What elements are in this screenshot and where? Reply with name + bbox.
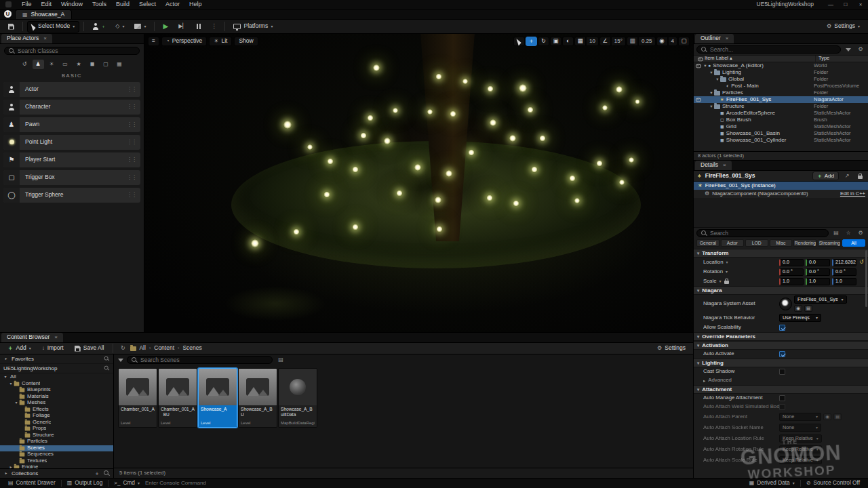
save-button[interactable] — [4, 21, 18, 33]
platforms-dropdown[interactable]: Platforms ▾ — [229, 21, 277, 33]
editor-mode-dropdown[interactable]: Select Mode ▾ — [27, 21, 79, 33]
place-actor-player-start[interactable]: ⚑Player Start⋮⋮ — [3, 152, 140, 167]
console-command-input[interactable] — [145, 480, 294, 486]
history-back-button[interactable]: ↻ — [118, 344, 127, 352]
outliner-filter-button[interactable] — [844, 45, 853, 54]
place-actor-trigger-box[interactable]: ▢Trigger Box⋮⋮ — [3, 170, 140, 185]
asset-chamber-001-a-bu[interactable]: Chamber_001_A_BULevel — [158, 368, 197, 428]
folder-blueprints[interactable]: Blueprints — [0, 387, 113, 394]
vector-input-y[interactable]: 1.0 — [806, 278, 830, 285]
category-all-button[interactable]: ▦ — [114, 60, 125, 69]
editor-settings-dropdown[interactable]: ⚙ Settings ▾ — [823, 21, 864, 33]
maximize-viewport-button[interactable]: ▢ — [678, 37, 690, 46]
folder-content[interactable]: ▾Content — [0, 381, 113, 388]
world-space-toggle[interactable]: ◐ — [562, 37, 574, 46]
search-classes-input[interactable] — [18, 47, 135, 54]
place-actor-character[interactable]: Character⋮⋮ — [3, 100, 140, 115]
outliner-row-showcase-a-editor[interactable]: ▾●Showcase_A (Editor)World — [694, 62, 868, 69]
show-flags-dropdown[interactable]: Show — [234, 37, 258, 46]
filter-tab-actor[interactable]: Actor — [721, 239, 744, 247]
outliner-row-box-brush[interactable]: ◻Box BrushBrush — [694, 117, 868, 123]
section-header-lighting[interactable]: ▾Lighting — [694, 359, 868, 367]
tab-content-browser[interactable]: Content Browser × — [1, 333, 63, 342]
vector-input-z[interactable]: 1.0 — [832, 278, 856, 285]
search-icon[interactable] — [104, 366, 110, 371]
menu-file[interactable]: File — [17, 0, 37, 9]
checkbox-auto-attach-weld-simulated-bodies[interactable] — [779, 404, 785, 410]
select-niagara-tick-behavior[interactable]: Use Prereqs▾ — [779, 314, 821, 322]
vector-input-z[interactable]: 212.6262 — [832, 259, 856, 266]
place-actor-trigger-sphere[interactable]: ◯Trigger Sphere⋮⋮ — [3, 188, 140, 203]
place-actor-pawn[interactable]: ♟Pawn⋮⋮ — [3, 117, 140, 132]
outliner-column-header[interactable]: Item Label ▴ Type — [694, 55, 868, 62]
content-browser-settings-button[interactable]: ⚙ Settings — [653, 344, 690, 353]
select-auto-attach-rotation-rule[interactable]: Keep Relative▾ — [779, 445, 822, 453]
details-expand-button[interactable]: ↗ — [842, 172, 852, 180]
section-header-activation[interactable]: ▾Activation — [694, 341, 868, 350]
category-cinematic-button[interactable]: ▭ — [60, 60, 71, 69]
category-effects-button[interactable]: ★ — [73, 60, 85, 69]
close-icon[interactable]: × — [54, 334, 58, 340]
folder-particles[interactable]: Particles — [0, 439, 113, 445]
checkbox-auto-manage-attachment[interactable] — [779, 395, 785, 401]
content-drawer-button[interactable]: ▤ Content Drawer — [3, 479, 61, 488]
save-all-button[interactable]: Save All — [71, 344, 108, 353]
tab-details[interactable]: Details × — [695, 161, 732, 170]
instance-row[interactable]: ∗ FireFlies_001_Sys (Instance) — [694, 182, 868, 190]
folder-structure[interactable]: Structure — [0, 432, 113, 439]
section-header-transform[interactable]: ▾Transform — [694, 249, 868, 258]
rotation-snap-toggle[interactable]: ∠ — [599, 37, 611, 46]
place-actor-point-light[interactable]: Point Light⋮⋮ — [3, 135, 140, 150]
type-column[interactable]: Type — [815, 56, 868, 62]
tab-outliner[interactable]: Outliner × — [695, 34, 734, 43]
details-display-button[interactable]: ▤ — [831, 229, 841, 237]
camera-speed-button[interactable]: ◉ — [656, 37, 668, 46]
folder-props[interactable]: Props — [0, 426, 113, 432]
filter-tab-all[interactable]: All — [842, 239, 865, 247]
derived-data-button[interactable]: ▦ Derived Data ▾ — [744, 480, 800, 487]
select-auto-attach-parent[interactable]: None▾ — [779, 413, 821, 421]
section-header-override-parameters[interactable]: ▾Override Parameters — [694, 332, 868, 341]
close-icon[interactable]: × — [726, 35, 729, 41]
favorites-header[interactable]: ▸ Favorites — [0, 354, 113, 364]
edit-in-cpp-link[interactable]: Edit in C++ — [840, 191, 865, 197]
menu-build[interactable]: Build — [111, 0, 134, 9]
category-basic-button[interactable]: ♟ — [33, 60, 44, 69]
folder-sequences[interactable]: Sequences — [0, 451, 113, 458]
select-tool-button[interactable] — [513, 37, 525, 46]
menu-help[interactable]: Help — [184, 0, 207, 9]
component-row[interactable]: ⚙ NiagaraComponent (NiagaraComponent0) E… — [694, 190, 868, 198]
viewport-options-button[interactable]: ≡ — [148, 37, 159, 46]
outliner-settings-button[interactable]: ⚙ — [856, 45, 865, 54]
filter-tab-streaming[interactable]: Streaming — [818, 239, 841, 247]
asset-search-field[interactable] — [127, 356, 273, 364]
menu-tools[interactable]: Tools — [87, 0, 111, 9]
menu-window[interactable]: Window — [56, 0, 87, 9]
import-button[interactable]: ↓ Import — [38, 344, 68, 353]
view-mode-dropdown[interactable]: ☀ Lit — [209, 37, 232, 46]
asset-showcase-a-builtdata[interactable]: Showcase_A_BuiltDataMapBuildDataRegistry — [278, 368, 317, 428]
outliner-search-input[interactable] — [710, 46, 836, 53]
pause-button[interactable] — [193, 21, 205, 33]
quick-add-button[interactable]: ＋ — [88, 21, 109, 33]
select-niagara-system-asset[interactable]: FireFlies_001_Sys▾ — [794, 296, 847, 304]
outliner-row-showcase-001-cylinder[interactable]: ◼Showcase_001_CylinderStaticMeshActor — [694, 137, 868, 144]
folder-effects[interactable]: Effects — [0, 407, 113, 413]
outliner-row-grid[interactable]: ◼GridStaticMeshActor — [694, 123, 868, 130]
details-search-field[interactable] — [696, 229, 829, 237]
close-icon[interactable]: × — [723, 162, 726, 168]
use-selected-icon[interactable]: ▤ — [833, 413, 842, 420]
folder-textures[interactable]: Textures — [0, 458, 113, 465]
details-lock-button[interactable] — [855, 172, 865, 180]
add-component-button[interactable]: ＋ Add — [812, 171, 839, 180]
menu-actor[interactable]: Actor — [161, 0, 184, 9]
grid-snap-toggle[interactable]: ▦ — [574, 37, 586, 46]
output-log-button[interactable]: ▥ Output Log — [62, 479, 108, 488]
level-viewport[interactable]: ≡ ◔ Perspective ☀ Lit Show ＋ ↻ ▣ ◐ ▦ 10 — [144, 34, 693, 332]
perspective-dropdown[interactable]: ◔ Perspective — [161, 37, 207, 46]
visibility-cell[interactable] — [694, 97, 703, 102]
visibility-cell[interactable] — [694, 63, 703, 68]
scale-snap-toggle[interactable]: ▥ — [627, 37, 638, 46]
outliner-row-post-main[interactable]: ◐Post - MainPostProcessVolume — [694, 83, 868, 89]
asset-showcase-a[interactable]: Showcase_ALevel — [198, 368, 237, 428]
